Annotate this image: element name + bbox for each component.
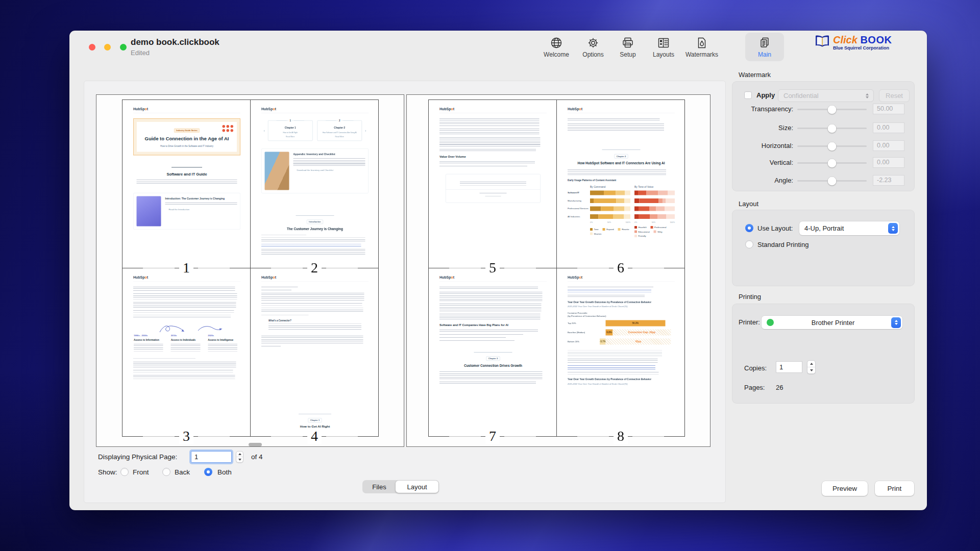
copies-input[interactable] — [776, 361, 802, 373]
chapter-title: How HubSpot Software and IT Connectors A… — [568, 161, 675, 166]
slider-knob[interactable] — [828, 177, 837, 185]
radio-front-label: Front — [133, 468, 149, 476]
paragraph-lines — [134, 344, 163, 352]
radio-both[interactable] — [204, 468, 212, 476]
stacked-bar — [634, 214, 675, 219]
cover-title: Guide to Connection in the Age of AI — [141, 136, 232, 142]
card-link: Read the Introduction — [169, 208, 237, 210]
chapter-badge: Chapter 1 — [308, 418, 322, 423]
page-number-input[interactable] — [191, 451, 232, 463]
stepper-down[interactable] — [807, 367, 815, 373]
watermark-preset-select[interactable]: Confidential — [778, 89, 874, 102]
chart-hatch: 42pp — [605, 338, 671, 344]
apply-checkbox[interactable] — [744, 91, 752, 99]
reset-button[interactable]: Reset — [879, 89, 910, 102]
layout-select[interactable]: 4-Up, Portrait — [799, 221, 899, 235]
slider-knob[interactable] — [828, 159, 837, 167]
paragraph-lines — [261, 244, 361, 247]
paragraph-lines — [439, 334, 523, 335]
paragraph-lines — [439, 149, 536, 152]
close-button[interactable] — [89, 44, 95, 51]
chapter-card-link: Read More — [272, 136, 310, 138]
chapter-card-subtitle: How to Get AI Right — [272, 131, 309, 134]
preview-button[interactable]: Preview — [822, 481, 868, 496]
paragraph-lines — [568, 123, 664, 131]
watermark-preset-value: Confidential — [778, 92, 862, 99]
printer-select-value: Brother Printer — [774, 319, 891, 327]
printer-label: Printer: — [739, 318, 760, 326]
hubspot-logo: HubSpot — [261, 275, 369, 282]
radio-front[interactable] — [120, 468, 129, 476]
toolbar-options[interactable]: Options — [574, 33, 612, 61]
zoom-button[interactable] — [120, 44, 127, 51]
transparency-slider[interactable] — [797, 109, 867, 110]
hubspot-logo: HubSpot — [568, 107, 675, 113]
illustration-thumbnail — [137, 196, 161, 226]
chapter-heading: IntroductionThe Customer Journey is Chan… — [261, 215, 369, 231]
transparency-label: Transparency: — [732, 105, 793, 113]
toolbar-setup-label: Setup — [620, 51, 635, 58]
document-icon — [758, 36, 771, 49]
print-button[interactable]: Print — [875, 481, 914, 496]
angle-row: Angle: -2.23 — [732, 175, 915, 186]
select-stepper-icon — [888, 223, 898, 234]
dots-decoration-icon — [223, 125, 234, 132]
vertical-value[interactable]: 0.00 — [873, 157, 904, 168]
printer-select[interactable]: Brother Printer — [762, 316, 902, 329]
copies-label: Copies: — [744, 364, 767, 372]
size-slider[interactable] — [797, 128, 867, 129]
series-badge: Industry Guide Series — [174, 129, 200, 133]
tab-files[interactable]: Files — [363, 481, 396, 493]
hubspot-logo: HubSpot — [439, 107, 547, 113]
toolbar-watermarks[interactable]: Watermarks — [682, 33, 721, 61]
toolbar-welcome[interactable]: Welcome — [537, 33, 576, 61]
mini-page-6: HubSpotChapter 2How HubSpot Software and… — [556, 99, 685, 268]
layouts-icon — [657, 36, 670, 49]
paragraph-lines — [261, 308, 363, 312]
tab-layout[interactable]: Layout — [396, 481, 438, 493]
slider-knob[interactable] — [828, 142, 837, 151]
chapter-card-link: Read More — [321, 136, 359, 138]
printer-status-icon — [767, 319, 774, 326]
toolbar-layouts[interactable]: Layouts — [644, 33, 683, 61]
use-layout-radio[interactable] — [745, 224, 753, 232]
content-card: Introduction: The Customer Journey is Ch… — [133, 193, 240, 230]
slider-knob[interactable] — [828, 124, 837, 133]
timeline-title: Access to Individuals — [171, 339, 203, 342]
timeline: 1990s - 2000sAccess to Information2010sA… — [134, 324, 240, 354]
stepper-down[interactable] — [236, 457, 243, 462]
angle-value[interactable]: -2.23 — [873, 175, 904, 186]
angle-label: Angle: — [732, 177, 793, 184]
content-card: Appendix: Inventory and ChecklistDownloa… — [261, 148, 369, 193]
horizontal-slider[interactable] — [797, 145, 867, 147]
minimize-button[interactable] — [104, 44, 111, 51]
chapter-card-subtitle: How Software and IT Connectors Are Using… — [321, 131, 358, 134]
chapter-heading: Chapter 2How HubSpot Software and IT Con… — [568, 150, 675, 166]
chart-annotation: 42pp — [635, 340, 642, 343]
toolbar-setup[interactable]: Setup — [608, 33, 647, 61]
watermark-group: Apply Confidential Reset Transparency: 5… — [732, 81, 915, 191]
chapter-card-title: Chapter 2 — [321, 127, 359, 130]
pages-label: Pages: — [744, 384, 765, 391]
paragraph-lines — [261, 249, 365, 255]
page-number: 2 — [251, 260, 378, 276]
copies-stepper[interactable] — [807, 360, 816, 374]
angle-slider[interactable] — [797, 180, 867, 182]
slider-knob[interactable] — [828, 105, 837, 114]
page-stepper[interactable] — [236, 451, 243, 463]
vertical-slider[interactable] — [797, 162, 867, 164]
paragraph-lines — [268, 324, 361, 330]
paragraph-lines — [133, 293, 237, 299]
standard-printing-radio[interactable] — [745, 240, 753, 248]
standard-printing-label: Standard Printing — [757, 241, 808, 248]
paragraph-lines — [133, 302, 236, 308]
chart-row-label: Top 20% — [568, 322, 596, 324]
stepper-up[interactable] — [807, 361, 815, 367]
stepper-up[interactable] — [236, 452, 243, 457]
toolbar-main[interactable]: Main — [745, 33, 784, 61]
radio-back[interactable] — [162, 468, 170, 476]
chapter-card: 1Chapter 1How to Get AI RightRead More — [268, 120, 313, 141]
transparency-value[interactable]: 50.00 — [873, 104, 904, 114]
horizontal-value[interactable]: 0.00 — [873, 140, 904, 151]
size-value[interactable]: 0.00 — [873, 122, 904, 133]
